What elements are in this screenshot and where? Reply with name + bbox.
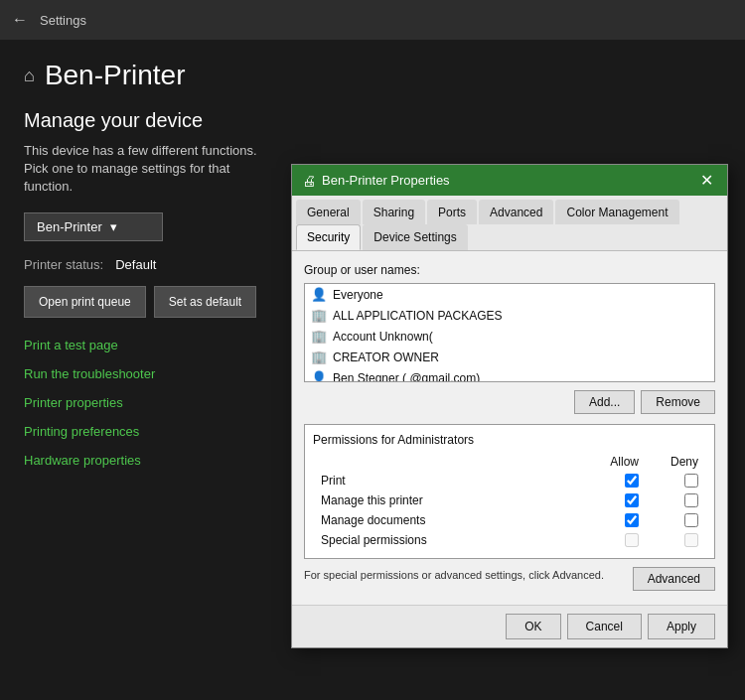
perm-manage-docs-allow-checkbox[interactable] (625, 513, 639, 527)
page-title: Ben-Printer (45, 60, 186, 91)
manage-desc: This device has a few different function… (24, 142, 264, 197)
tab-security[interactable]: Security (296, 224, 361, 250)
perm-print-deny-checkbox[interactable] (684, 474, 698, 488)
remove-button[interactable]: Remove (641, 390, 715, 414)
dialog-title-left: 🖨 Ben-Printer Properties (302, 173, 450, 189)
left-panel: ⌂ Ben-Printer Manage your device This de… (0, 40, 288, 501)
perm-row-manage-docs: Manage documents (313, 510, 706, 530)
printer-properties-link[interactable]: Printer properties (24, 395, 264, 410)
open-print-queue-button[interactable]: Open print queue (24, 286, 146, 318)
perm-print-allow-cell (587, 471, 647, 490)
perm-print-label: Print (313, 471, 587, 490)
perm-col-allow: Allow (587, 453, 647, 471)
permissions-section: Permissions for Administrators Allow Den… (304, 424, 715, 559)
user-all-app-packages[interactable]: 🏢 ALL APPLICATION PACKAGES (305, 305, 714, 326)
perm-manage-printer-label: Manage this printer (313, 490, 587, 510)
apply-button[interactable]: Apply (648, 614, 715, 639)
user-creator-owner[interactable]: 🏢 CREATOR OWNER (305, 347, 714, 367)
home-icon: ⌂ (24, 66, 35, 86)
user-name-everyone: Everyone (333, 288, 383, 302)
perm-print-deny-cell (647, 471, 706, 490)
perm-special-allow-cell (587, 530, 647, 550)
tab-sharing[interactable]: Sharing (363, 200, 425, 224)
user-icon-everyone: 👤 (311, 287, 327, 302)
dialog-printer-icon: 🖨 (302, 173, 316, 189)
perm-manage-printer-allow-cell (587, 490, 647, 510)
chevron-down-icon: ▾ (110, 219, 117, 234)
perm-manage-printer-allow-checkbox[interactable] (625, 493, 639, 507)
dialog-body: Group or user names: 👤 Everyone 🏢 ALL AP… (292, 251, 727, 605)
back-button[interactable]: ← (12, 11, 28, 29)
print-test-page-link[interactable]: Print a test page (24, 338, 264, 352)
perm-manage-docs-deny-cell (647, 510, 706, 530)
dialog-tabs: General Sharing Ports Advanced Color Man… (292, 196, 727, 251)
topbar-title: Settings (40, 13, 86, 28)
user-icon-account-unknown: 🏢 (311, 329, 327, 344)
advanced-button[interactable]: Advanced (633, 567, 715, 591)
tab-ports[interactable]: Ports (427, 200, 477, 224)
user-account-unknown[interactable]: 🏢 Account Unknown( (305, 326, 714, 347)
user-name-creator-owner: CREATOR OWNER (333, 350, 439, 364)
user-icon-app-packages: 🏢 (311, 308, 327, 323)
tab-advanced[interactable]: Advanced (479, 200, 553, 224)
permissions-table: Allow Deny Print (313, 453, 706, 550)
hardware-properties-link[interactable]: Hardware properties (24, 453, 264, 468)
dialog-title: Ben-Printer Properties (322, 173, 450, 188)
set-default-button[interactable]: Set as default (154, 286, 256, 318)
printing-preferences-link[interactable]: Printing preferences (24, 424, 264, 439)
perm-col-name (313, 453, 587, 471)
tab-device-settings[interactable]: Device Settings (363, 224, 467, 250)
run-troubleshooter-link[interactable]: Run the troubleshooter (24, 366, 264, 381)
perm-print-allow-checkbox[interactable] (625, 474, 639, 488)
dialog-titlebar: 🖨 Ben-Printer Properties ✕ (292, 165, 727, 196)
perm-special-deny-checkbox (684, 533, 698, 547)
user-list[interactable]: 👤 Everyone 🏢 ALL APPLICATION PACKAGES 🏢 … (304, 283, 715, 382)
permissions-header: Permissions for Administrators (313, 433, 706, 447)
user-icon-creator-owner: 🏢 (311, 350, 327, 364)
top-bar: ← Settings (0, 0, 745, 40)
group-label: Group or user names: (304, 263, 715, 277)
user-name-ben-stegner: Ben Stegner ( @gmail.com) (333, 371, 480, 383)
perm-row-special: Special permissions (313, 530, 706, 550)
add-button[interactable]: Add... (574, 390, 635, 414)
tab-color-management[interactable]: Color Management (555, 200, 678, 224)
perm-special-deny-cell (647, 530, 706, 550)
status-value: Default (115, 257, 156, 272)
advanced-note: For special permissions or advanced sett… (304, 569, 604, 581)
ok-button[interactable]: OK (506, 614, 560, 639)
user-name-app-packages: ALL APPLICATION PACKAGES (333, 309, 503, 323)
tab-general[interactable]: General (296, 200, 361, 224)
perm-manage-docs-deny-checkbox[interactable] (684, 513, 698, 527)
perm-manage-docs-allow-cell (587, 510, 647, 530)
perm-col-deny: Deny (647, 453, 706, 471)
dialog-close-button[interactable]: ✕ (696, 171, 717, 190)
printer-dropdown[interactable]: Ben-Printer ▾ (24, 212, 163, 241)
cancel-button[interactable]: Cancel (567, 614, 642, 639)
perm-manage-printer-deny-cell (647, 490, 706, 510)
user-ben-stegner[interactable]: 👤 Ben Stegner ( @gmail.com) (305, 367, 714, 382)
perm-special-allow-checkbox (625, 533, 639, 547)
home-icon-row: ⌂ Ben-Printer (24, 60, 264, 91)
status-label: Printer status: (24, 257, 103, 272)
perm-row-print: Print (313, 471, 706, 490)
manage-title: Manage your device (24, 109, 264, 132)
perm-manage-docs-label: Manage documents (313, 510, 587, 530)
printer-status-row: Printer status: Default (24, 257, 264, 272)
perm-row-manage-printer: Manage this printer (313, 490, 706, 510)
perm-manage-printer-deny-checkbox[interactable] (684, 493, 698, 507)
dropdown-label: Ben-Printer (37, 219, 102, 234)
action-buttons: Open print queue Set as default (24, 286, 264, 318)
printer-properties-dialog: 🖨 Ben-Printer Properties ✕ General Shari… (291, 164, 728, 648)
user-everyone[interactable]: 👤 Everyone (305, 284, 714, 305)
add-remove-row: Add... Remove (304, 390, 715, 414)
user-name-account-unknown: Account Unknown( (333, 330, 433, 344)
user-icon-ben-stegner: 👤 (311, 370, 327, 382)
perm-special-label: Special permissions (313, 530, 587, 550)
dialog-footer: OK Cancel Apply (292, 605, 727, 647)
